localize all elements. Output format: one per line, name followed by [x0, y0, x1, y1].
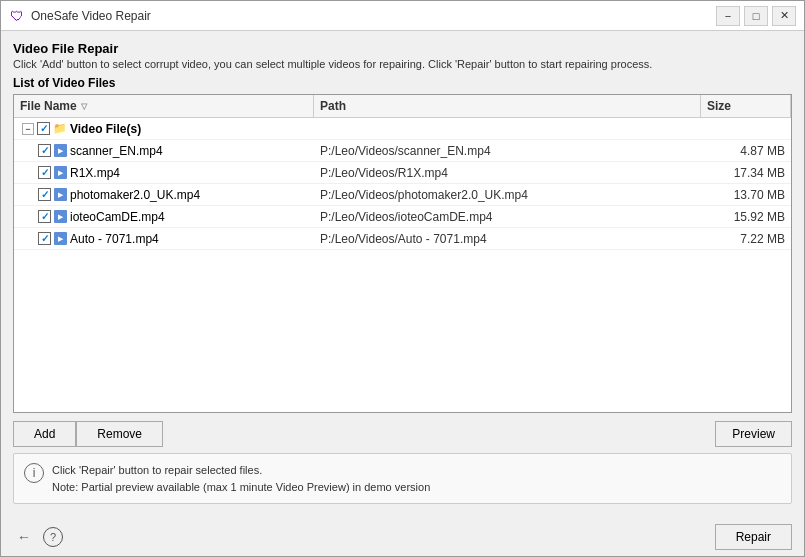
video-icon-3: ▶ — [54, 210, 67, 223]
filename-4: Auto - 7071.mp4 — [70, 232, 159, 246]
group-row[interactable]: − 📁 Video File(s) — [14, 118, 791, 140]
file-checkbox-4[interactable] — [38, 232, 51, 245]
table-body: − 📁 Video File(s) ▶ — [14, 118, 791, 412]
add-button[interactable]: Add — [13, 421, 76, 447]
group-checkbox[interactable] — [37, 122, 50, 135]
group-label: Video File(s) — [70, 122, 141, 136]
repair-button[interactable]: Repair — [715, 524, 792, 550]
maximize-button[interactable]: □ — [744, 6, 768, 26]
footer-bar: ← ? Repair — [1, 520, 804, 556]
app-title: OneSafe Video Repair — [31, 9, 151, 23]
filename-2: photomaker2.0_UK.mp4 — [70, 188, 200, 202]
filesize-4: 7.22 MB — [701, 232, 791, 246]
main-content: Video File Repair Click 'Add' button to … — [1, 31, 804, 520]
expand-button[interactable]: − — [22, 123, 34, 135]
section-description: Click 'Add' button to select corrupt vid… — [13, 58, 792, 70]
table-header: File Name ▽ Path Size — [14, 95, 791, 118]
filesize-0: 4.87 MB — [701, 144, 791, 158]
info-line2: Note: Partial preview available (max 1 m… — [52, 479, 430, 496]
filepath-1: P:/Leo/Videos/R1X.mp4 — [314, 166, 701, 180]
video-icon-1: ▶ — [54, 166, 67, 179]
title-bar-controls: − □ ✕ — [716, 6, 796, 26]
app-icon: 🛡 — [9, 8, 25, 24]
info-line1: Click 'Repair' button to repair selected… — [52, 462, 430, 479]
table-row[interactable]: ▶ scanner_EN.mp4 P:/Leo/Videos/scanner_E… — [14, 140, 791, 162]
col-path: Path — [314, 95, 701, 117]
video-icon-0: ▶ — [54, 144, 67, 157]
col-filename: File Name ▽ — [14, 95, 314, 117]
minimize-button[interactable]: − — [716, 6, 740, 26]
filesize-2: 13.70 MB — [701, 188, 791, 202]
info-icon: i — [24, 463, 44, 483]
col-size: Size — [701, 95, 791, 117]
group-indent: − 📁 Video File(s) — [22, 122, 141, 136]
video-icon-4: ▶ — [54, 232, 67, 245]
footer-left: ← ? — [13, 526, 63, 548]
filepath-4: P:/Leo/Videos/Auto - 7071.mp4 — [314, 232, 701, 246]
video-icon-2: ▶ — [54, 188, 67, 201]
title-bar-left: 🛡 OneSafe Video Repair — [9, 8, 151, 24]
left-action-buttons: Add Remove — [13, 421, 163, 447]
filepath-0: P:/Leo/Videos/scanner_EN.mp4 — [314, 144, 701, 158]
remove-button[interactable]: Remove — [76, 421, 163, 447]
filesize-3: 15.92 MB — [701, 210, 791, 224]
back-button[interactable]: ← — [13, 526, 35, 548]
filepath-3: P:/Leo/Videos/ioteoCamDE.mp4 — [314, 210, 701, 224]
group-row-name: − 📁 Video File(s) — [14, 122, 314, 136]
table-row[interactable]: ▶ R1X.mp4 P:/Leo/Videos/R1X.mp4 17.34 MB — [14, 162, 791, 184]
table-row[interactable]: ▶ photomaker2.0_UK.mp4 P:/Leo/Videos/pho… — [14, 184, 791, 206]
info-bar: i Click 'Repair' button to repair select… — [13, 453, 792, 504]
sort-icon-filename: ▽ — [81, 102, 87, 111]
file-checkbox-3[interactable] — [38, 210, 51, 223]
section-title: Video File Repair — [13, 41, 792, 56]
table-row[interactable]: ▶ ioteoCamDE.mp4 P:/Leo/Videos/ioteoCamD… — [14, 206, 791, 228]
action-buttons: Add Remove Preview — [13, 413, 792, 453]
list-label: List of Video Files — [13, 76, 792, 90]
table-row[interactable]: ▶ Auto - 7071.mp4 P:/Leo/Videos/Auto - 7… — [14, 228, 791, 250]
help-button[interactable]: ? — [43, 527, 63, 547]
filename-1: R1X.mp4 — [70, 166, 120, 180]
preview-button[interactable]: Preview — [715, 421, 792, 447]
info-text: Click 'Repair' button to repair selected… — [52, 462, 430, 495]
filename-3: ioteoCamDE.mp4 — [70, 210, 165, 224]
filesize-1: 17.34 MB — [701, 166, 791, 180]
file-checkbox-0[interactable] — [38, 144, 51, 157]
file-checkbox-2[interactable] — [38, 188, 51, 201]
close-button[interactable]: ✕ — [772, 6, 796, 26]
file-table: File Name ▽ Path Size − 📁 — [13, 94, 792, 413]
title-bar: 🛡 OneSafe Video Repair − □ ✕ — [1, 1, 804, 31]
app-window: 🛡 OneSafe Video Repair − □ ✕ Video File … — [0, 0, 805, 557]
folder-icon: 📁 — [53, 122, 67, 135]
file-checkbox-1[interactable] — [38, 166, 51, 179]
filename-0: scanner_EN.mp4 — [70, 144, 163, 158]
filepath-2: P:/Leo/Videos/photomaker2.0_UK.mp4 — [314, 188, 701, 202]
